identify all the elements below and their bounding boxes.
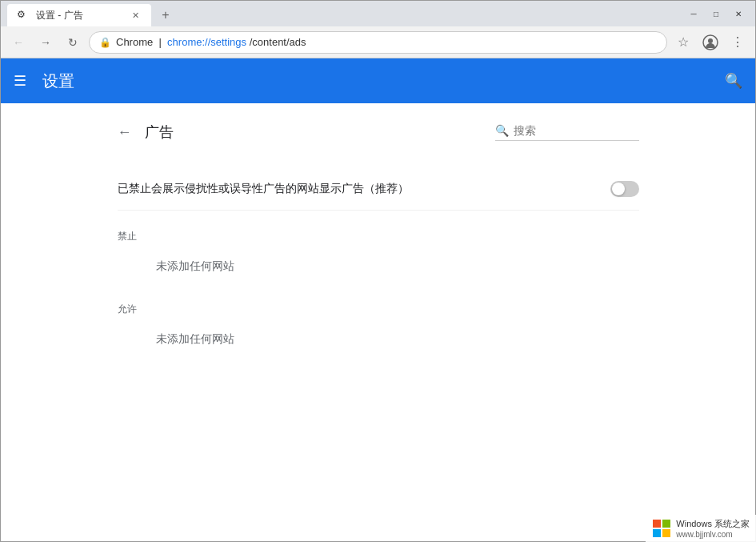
titlebar: ⚙ 设置 - 广告 ✕ + ─ □ ✕ [1, 1, 755, 26]
content-area: ← 广告 🔍 已禁止会展示侵扰性或误导性广告的网站显示广告（推荐） [1, 103, 755, 541]
watermark-line2: www.bjjmlv.com [676, 530, 750, 539]
svg-rect-4 [653, 529, 661, 537]
toggle-knob [612, 183, 625, 195]
url-path: /content/ads [250, 36, 306, 48]
maximize-button[interactable]: □ [706, 5, 726, 22]
menu-button[interactable]: ⋮ [726, 31, 749, 54]
header-search-button[interactable]: 🔍 [725, 72, 742, 90]
svg-rect-2 [653, 520, 661, 528]
url-chrome-label: Chrome [116, 36, 153, 48]
page-title: 广告 [145, 122, 495, 142]
svg-point-1 [708, 38, 713, 43]
profile-button[interactable] [699, 31, 722, 54]
allow-section: 允许 未添加任何网站 [118, 303, 639, 356]
settings-gear-icon: ⚙ [17, 9, 30, 22]
settings-content: ← 广告 🔍 已禁止会展示侵扰性或误导性广告的网站显示广告（推荐） [98, 103, 658, 375]
search-input[interactable] [514, 124, 634, 137]
minimize-button[interactable]: ─ [683, 5, 704, 22]
url-site: chrome://settings [167, 36, 246, 48]
block-section-title: 禁止 [118, 230, 639, 243]
hamburger-icon[interactable]: ☰ [14, 72, 26, 90]
addressbar: ← → ↻ 🔒 Chrome | chrome://settings /cont… [1, 26, 755, 58]
svg-rect-5 [662, 529, 670, 537]
ads-toggle-row: 已禁止会展示侵扰性或误导性广告的网站显示广告（推荐） [118, 167, 639, 211]
tab-area: ⚙ 设置 - 广告 ✕ + [7, 1, 683, 26]
url-text: Chrome | chrome://settings /content/ads [116, 36, 657, 48]
watermark-line1: Windows 系统之家 [676, 518, 750, 530]
url-separator: | [156, 36, 167, 48]
back-nav-button[interactable]: ← [7, 31, 30, 54]
close-button[interactable]: ✕ [728, 5, 749, 22]
windows-logo [652, 519, 671, 538]
watermark: Windows 系统之家 www.bjjmlv.com [646, 515, 756, 542]
tab-title: 设置 - 广告 [36, 9, 122, 22]
url-bar[interactable]: 🔒 Chrome | chrome://settings /content/ad… [89, 31, 667, 54]
ads-toggle[interactable] [610, 181, 639, 197]
search-box: 🔍 [495, 124, 639, 141]
allow-section-title: 允许 [118, 303, 639, 316]
active-tab[interactable]: ⚙ 设置 - 广告 ✕ [7, 4, 151, 26]
secure-icon: 🔒 [99, 37, 111, 48]
tab-close-button[interactable]: ✕ [129, 9, 142, 22]
svg-rect-3 [662, 520, 670, 528]
search-box-icon: 🔍 [495, 124, 509, 137]
bookmark-button[interactable]: ☆ [672, 31, 694, 54]
block-section: 禁止 未添加任何网站 [118, 230, 639, 283]
window-controls: ─ □ ✕ [683, 5, 749, 22]
settings-title: 设置 [42, 70, 725, 92]
refresh-button[interactable]: ↻ [62, 31, 84, 54]
settings-header: ☰ 设置 🔍 [1, 58, 755, 103]
ads-toggle-label: 已禁止会展示侵扰性或误导性广告的网站显示广告（推荐） [118, 180, 610, 197]
block-empty-text: 未添加任何网站 [118, 250, 639, 283]
page-header: ← 广告 🔍 [118, 122, 639, 142]
forward-nav-button[interactable]: → [34, 31, 57, 54]
watermark-text: Windows 系统之家 www.bjjmlv.com [676, 518, 750, 539]
main-content: ← 广告 🔍 已禁止会展示侵扰性或误导性广告的网站显示广告（推荐） [1, 103, 755, 541]
back-button[interactable]: ← [118, 124, 132, 141]
new-tab-button[interactable]: + [154, 4, 177, 26]
browser-window: ⚙ 设置 - 广告 ✕ + ─ □ ✕ ← → ↻ 🔒 Chrome | chr… [0, 0, 756, 542]
allow-empty-text: 未添加任何网站 [118, 323, 639, 356]
